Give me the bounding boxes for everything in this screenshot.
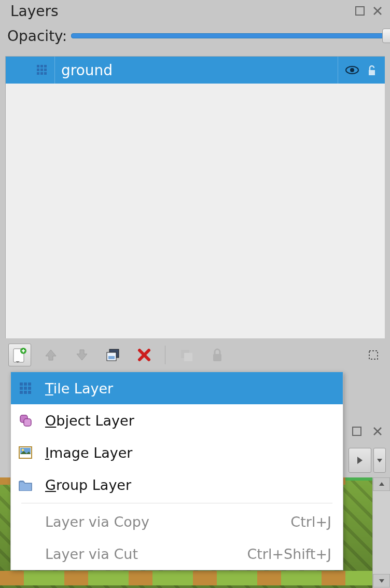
svg-rect-7: [37, 72, 39, 75]
image-icon: [17, 444, 34, 461]
tab-menu-dropdown[interactable]: [373, 448, 386, 473]
opacity-row: Opacity:: [0, 22, 390, 50]
grid-icon: [17, 380, 34, 396]
menu-item-shortcut: Ctrl+J: [290, 514, 331, 530]
layers-toolbar: [0, 338, 390, 372]
svg-rect-32: [24, 419, 31, 426]
vertical-scrollbar[interactable]: [372, 477, 390, 588]
menu-item-image-layer[interactable]: Image Layer: [11, 436, 343, 469]
layer-list[interactable]: ground: [5, 56, 385, 338]
object-icon: [17, 412, 34, 429]
blank-icon: [17, 545, 34, 562]
svg-rect-1: [37, 65, 39, 67]
svg-rect-16: [108, 356, 115, 359]
svg-rect-5: [40, 69, 43, 71]
svg-rect-4: [37, 69, 39, 71]
menu-item-shortcut: Ctrl+Shift+J: [247, 546, 331, 562]
tab-scroll-right-button[interactable]: [349, 448, 371, 473]
visibility-icon[interactable]: [345, 65, 359, 75]
panel-float-button[interactable]: [353, 4, 367, 18]
duplicate-layer-button[interactable]: [102, 344, 124, 366]
new-layer-menu: Tile Layer Object Layer Image Layer: [10, 372, 343, 570]
opacity-slider[interactable]: [71, 33, 390, 38]
svg-rect-24: [28, 382, 31, 386]
highlight-layer-button[interactable]: [362, 344, 385, 366]
svg-rect-26: [24, 387, 27, 390]
lock-layer-button[interactable]: [206, 344, 229, 366]
tileset-preview-edge-bottom: [0, 571, 372, 585]
toolbar-separator: [165, 346, 165, 364]
opacity-slider-thumb[interactable]: [382, 29, 390, 43]
delete-layer-button[interactable]: [133, 344, 156, 366]
svg-rect-18: [184, 353, 192, 361]
menu-item-object-layer[interactable]: Object Layer: [11, 404, 343, 436]
menu-item-tile-layer[interactable]: Tile Layer: [11, 372, 343, 404]
move-layer-down-button[interactable]: [71, 344, 93, 366]
layer-name-cell[interactable]: ground: [54, 57, 338, 84]
tile-layer-icon: [36, 64, 48, 76]
scroll-down-arrow[interactable]: [373, 574, 390, 587]
layers-panel-header: Layers: [0, 0, 390, 22]
svg-rect-6: [44, 69, 47, 71]
folder-icon: [17, 476, 34, 493]
menu-item-label: Image Layer: [45, 445, 331, 461]
layer-row[interactable]: ground: [6, 57, 385, 84]
menu-item-label: Layer via Cut: [45, 546, 247, 562]
menu-separator: [21, 503, 332, 503]
menu-item-label: Tile Layer: [45, 380, 331, 396]
svg-rect-22: [20, 382, 23, 386]
menu-item-label: Group Layer: [45, 477, 331, 493]
svg-rect-30: [28, 391, 31, 394]
svg-rect-21: [353, 427, 361, 435]
svg-rect-29: [24, 391, 27, 394]
svg-rect-0: [356, 7, 364, 15]
menu-item-layer-via-copy: Layer via Copy Ctrl+J: [11, 505, 343, 538]
svg-rect-8: [40, 72, 43, 75]
scroll-track[interactable]: [373, 491, 390, 574]
lock-icon[interactable]: [366, 64, 378, 76]
layer-name: ground: [61, 62, 113, 79]
menu-item-label: Object Layer: [45, 413, 331, 429]
svg-rect-9: [44, 72, 47, 75]
svg-rect-27: [28, 387, 31, 390]
svg-rect-19: [213, 354, 221, 361]
secondary-float-button[interactable]: [350, 424, 364, 439]
svg-point-35: [22, 449, 24, 451]
svg-rect-28: [20, 391, 23, 394]
new-layer-button[interactable]: [8, 344, 31, 366]
svg-rect-2: [40, 65, 43, 67]
svg-rect-20: [369, 351, 378, 359]
svg-rect-23: [24, 382, 27, 386]
scroll-up-arrow[interactable]: [373, 477, 390, 491]
menu-item-layer-via-cut: Layer via Cut Ctrl+Shift+J: [11, 538, 343, 570]
panel-title: Layers: [10, 3, 350, 20]
menu-item-group-layer[interactable]: Group Layer: [11, 469, 343, 501]
svg-point-11: [350, 68, 354, 72]
layer-list-container: ground: [0, 50, 390, 338]
svg-rect-25: [20, 387, 23, 390]
panel-close-button[interactable]: [370, 4, 385, 18]
svg-rect-3: [44, 65, 47, 67]
move-layer-up-button[interactable]: [39, 344, 62, 366]
menu-item-label: Layer via Copy: [45, 514, 290, 530]
merge-layer-button[interactable]: [175, 344, 198, 366]
opacity-label: Opacity:: [7, 28, 67, 45]
blank-icon: [17, 513, 34, 530]
secondary-close-button[interactable]: [370, 424, 385, 439]
